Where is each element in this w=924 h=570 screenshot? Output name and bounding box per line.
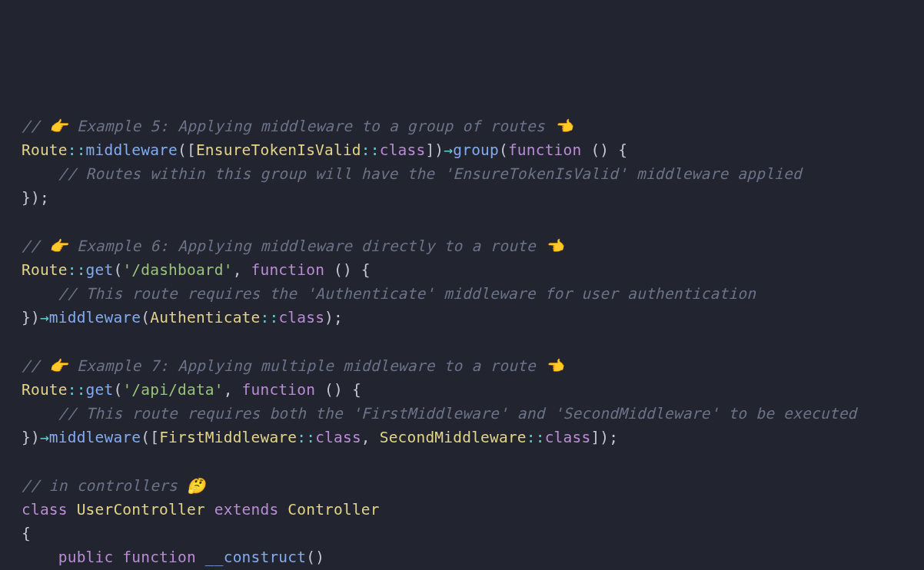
code-token xyxy=(22,165,58,183)
code-token: , xyxy=(233,261,251,279)
code-token: :: xyxy=(361,141,380,159)
code-token xyxy=(205,501,214,519)
code-token: ( xyxy=(499,141,508,159)
code-token: :: xyxy=(297,429,315,446)
code-token: FirstMiddleware xyxy=(159,429,297,446)
code-token xyxy=(278,501,288,519)
code-token: function xyxy=(508,141,582,159)
code-token: public xyxy=(58,548,114,566)
code-token xyxy=(22,548,58,566)
code-token: class xyxy=(545,429,591,446)
code-token: // in controllers 🤔 xyxy=(22,477,205,495)
code-token: middleware xyxy=(49,429,141,446)
code-token xyxy=(196,548,205,566)
code-token: // 👉 Example 6: Applying middleware dire… xyxy=(22,237,563,255)
code-token: () xyxy=(306,548,324,566)
code-token: EnsureTokenIsValid xyxy=(196,141,361,159)
code-block: // 👉 Example 5: Applying middleware to a… xyxy=(22,114,902,570)
code-token: , xyxy=(224,381,242,399)
code-token: class xyxy=(22,501,68,519)
code-token: :: xyxy=(68,261,86,279)
code-token: '/dashboard' xyxy=(122,261,232,279)
code-token: middleware xyxy=(86,141,178,159)
code-token: }) xyxy=(22,309,40,326)
code-token: → xyxy=(40,429,49,446)
code-token: Route xyxy=(22,261,68,279)
code-token: () { xyxy=(581,141,627,159)
code-token: group xyxy=(453,141,499,159)
code-token: function xyxy=(122,548,196,566)
code-token: function xyxy=(251,261,325,279)
code-token: // Routes within this group will have th… xyxy=(58,165,802,183)
code-token xyxy=(113,548,122,566)
code-token: '/api/data' xyxy=(122,381,223,399)
code-token: class xyxy=(278,309,324,326)
code-token: get xyxy=(86,261,114,279)
code-token: middleware xyxy=(49,309,141,326)
code-token: → xyxy=(40,309,49,326)
code-token: ( xyxy=(141,309,150,326)
code-token: { xyxy=(22,525,31,542)
code-token: , xyxy=(361,429,380,446)
code-token: Route xyxy=(22,141,68,159)
code-token: ([ xyxy=(141,429,159,446)
code-token: ([ xyxy=(178,141,196,159)
code-token: // 👉 Example 7: Applying multiple middle… xyxy=(22,357,563,375)
code-token: Controller xyxy=(288,501,379,519)
code-token: SecondMiddleware xyxy=(380,429,527,446)
code-token: get xyxy=(86,381,114,399)
code-token: ( xyxy=(113,261,122,279)
code-token: }); xyxy=(22,189,49,207)
code-token: ); xyxy=(324,309,343,326)
code-token xyxy=(68,501,77,519)
code-token: Route xyxy=(22,381,68,399)
code-token: :: xyxy=(68,141,86,159)
code-token: () { xyxy=(324,261,371,279)
code-token: :: xyxy=(68,381,86,399)
code-token: // This route requires the 'Authenticate… xyxy=(58,285,756,303)
code-token xyxy=(22,405,58,423)
code-token: }) xyxy=(22,429,40,446)
code-token: ]); xyxy=(590,429,618,446)
code-token: // This route requires both the 'FirstMi… xyxy=(58,405,857,423)
code-token: () { xyxy=(315,381,361,399)
code-token: ( xyxy=(113,381,122,399)
code-token: function xyxy=(242,381,316,399)
code-token: class xyxy=(380,141,426,159)
code-token: extends xyxy=(214,501,279,519)
code-token: → xyxy=(444,141,453,159)
code-token: ]) xyxy=(425,141,444,159)
code-token: Authenticate xyxy=(150,309,260,326)
code-token: :: xyxy=(260,309,278,326)
code-token: UserController xyxy=(77,501,205,519)
code-token: :: xyxy=(527,429,545,446)
code-token: // 👉 Example 5: Applying middleware to a… xyxy=(22,118,573,135)
code-token xyxy=(22,285,58,303)
code-token: class xyxy=(315,429,361,446)
code-token: __construct xyxy=(205,548,306,566)
